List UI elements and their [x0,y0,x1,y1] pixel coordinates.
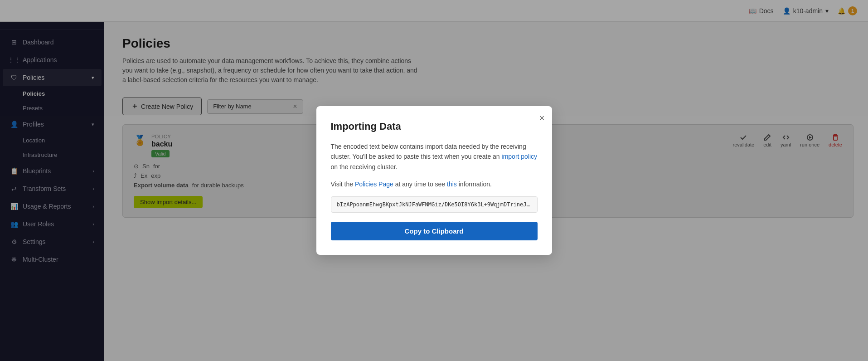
policies-page-link[interactable]: Policies Page [355,180,393,188]
modal-body-line1: The encoded text below contains import d… [331,141,538,172]
encoded-text: bIzAPpoanmEhwgBKpxtJkNJFaWFNMGiz/DKe5OI8… [331,196,538,213]
modal-close-button[interactable]: × [539,113,545,122]
close-icon: × [539,113,545,123]
modal-title: Importing Data [331,121,538,132]
modal-body-line2: Visit the Policies Page at any time to s… [331,179,538,189]
this-link[interactable]: this [447,180,457,188]
import-policy-link[interactable]: import policy [502,153,538,160]
importing-data-modal: × Importing Data The encoded text below … [316,106,552,255]
modal-overlay[interactable]: × Importing Data The encoded text below … [0,0,868,361]
copy-to-clipboard-button[interactable]: Copy to Clipboard [331,222,538,240]
copy-label: Copy to Clipboard [405,227,464,235]
